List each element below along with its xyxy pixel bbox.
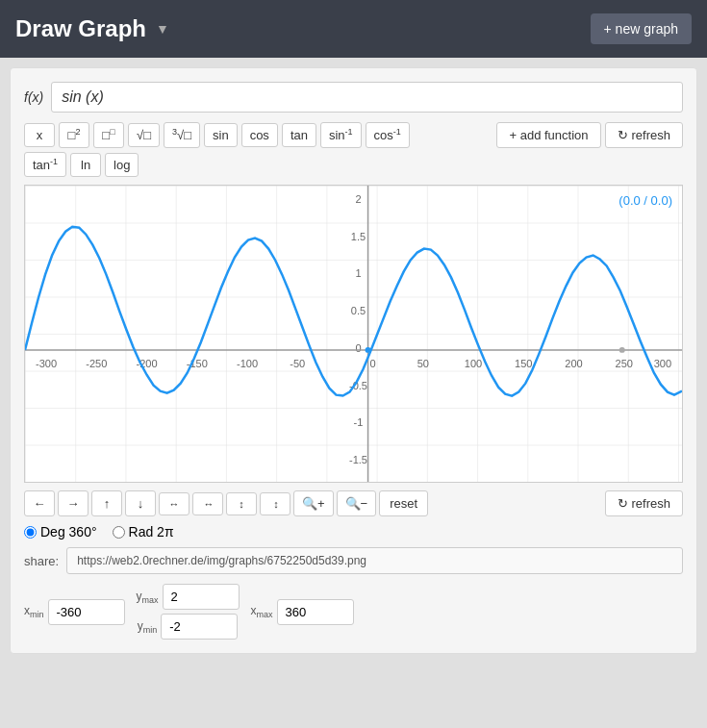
svg-text:250: 250 [616,358,633,369]
nav-buttons-row: ← → ↑ ↓ ↔︎ ↔ ↕︎ ↕ 🔍+ 🔍− reset ↻ refresh [24,490,683,516]
ymin-group: ymin [138,614,239,640]
btn-power[interactable]: □□ [93,122,124,147]
radio-rad-input[interactable] [113,526,125,539]
btn-cbrt[interactable]: 3√□ [164,122,200,147]
nav-zoom-out-x-button[interactable]: ↔︎ [159,492,189,515]
ymax-label: ymax [137,590,159,605]
svg-text:-50: -50 [290,358,305,369]
nav-zoom-out-y-button[interactable]: ↕︎ [226,492,257,515]
symbol-buttons-row2: tan-1 ln log [24,152,683,177]
svg-text:50: 50 [417,358,429,369]
header-left: Draw Graph ▼ [15,15,169,42]
nav-up-button[interactable]: ↑ [91,490,122,516]
refresh-bottom-icon: ↻ [618,496,628,511]
btn-square[interactable]: □2 [59,122,89,147]
share-row: share: [24,547,683,574]
svg-point-28 [366,347,371,353]
header-dropdown-arrow[interactable]: ▼ [156,21,169,37]
zoom-out-button[interactable]: 🔍− [337,490,377,516]
radio-deg-option[interactable]: Deg 360° [24,524,97,540]
fx-label: f(x) [24,89,43,105]
symbol-buttons-row1: x □2 □□ √□ 3√□ sin cos tan sin-1 cos-1 +… [24,122,683,148]
graph-area: (0.0 / 0.0) 2 1.5 1 0.5 [24,185,683,483]
radio-rad-option[interactable]: Rad 2π [113,524,174,540]
svg-text:-1: -1 [354,417,364,429]
radio-deg-input[interactable] [24,526,37,539]
ymax-group: ymax [137,584,240,610]
nav-zoom-in-x-button[interactable]: ↔ [192,492,223,515]
ymin-input[interactable] [161,614,238,640]
svg-text:150: 150 [515,358,532,369]
svg-text:100: 100 [465,358,482,369]
btn-cos[interactable]: cos [241,123,278,147]
svg-point-29 [619,347,625,353]
zoom-in-button[interactable]: 🔍+ [293,490,334,516]
refresh-bottom-button[interactable]: ↻ refresh [605,490,683,516]
y-range-col: ymax ymin [137,584,240,640]
radio-deg-label: Deg 360° [40,524,97,540]
svg-text:0: 0 [355,342,361,354]
btn-ln[interactable]: ln [70,153,101,177]
share-url-input[interactable] [66,547,683,574]
graph-svg: 2 1.5 1 0.5 0 -0.5 -1 -1.5 -300 -250 -20… [25,186,682,482]
main-content: f(x) x □2 □□ √□ 3√□ sin cos tan sin-1 co… [10,67,697,654]
graph-coords: (0.0 / 0.0) [619,193,672,208]
radio-row: Deg 360° Rad 2π [24,524,683,540]
function-input[interactable] [51,82,683,113]
add-function-button[interactable]: + add function [496,122,600,148]
xmax-group: xmax [251,599,354,625]
btn-tan[interactable]: tan [282,123,316,147]
btn-atan[interactable]: tan-1 [24,152,66,177]
svg-text:0.5: 0.5 [351,306,366,317]
btn-sqrt[interactable]: √□ [128,123,160,147]
svg-text:-100: -100 [237,358,258,369]
btn-log[interactable]: log [105,153,139,177]
nav-down-button[interactable]: ↓ [125,490,156,516]
svg-text:-300: -300 [36,358,57,369]
svg-text:1.5: 1.5 [351,231,366,242]
new-graph-button[interactable]: + new graph [591,13,692,44]
btn-sin[interactable]: sin [204,123,238,147]
ymin-label: ymin [138,619,158,635]
refresh-bottom-label: refresh [632,496,670,511]
svg-text:1: 1 [355,268,361,280]
xmin-label: xmin [24,604,44,619]
xmin-group: xmin [24,599,125,625]
app-title: Draw Graph [15,15,146,42]
xmax-label: xmax [251,604,273,619]
share-label: share: [24,554,59,568]
svg-text:2: 2 [355,193,361,205]
reset-button[interactable]: reset [379,490,428,516]
xmin-input[interactable] [48,599,125,625]
radio-rad-label: Rad 2π [129,524,174,540]
refresh-top-label: refresh [632,128,670,142]
svg-text:-1.5: -1.5 [349,455,367,466]
refresh-top-icon: ↻ [618,128,628,142]
row1-right-buttons: + add function ↻ refresh [496,122,683,148]
svg-text:-250: -250 [86,358,107,369]
xmax-input[interactable] [277,599,354,625]
ymax-input[interactable] [163,584,240,610]
btn-x[interactable]: x [24,123,55,147]
refresh-top-button[interactable]: ↻ refresh [605,122,683,148]
svg-text:200: 200 [565,358,582,369]
nav-zoom-in-y-button[interactable]: ↕ [260,492,290,515]
nav-right-button[interactable]: → [58,490,88,516]
btn-acos[interactable]: cos-1 [366,122,410,147]
svg-text:300: 300 [654,358,671,369]
header: Draw Graph ▼ + new graph [0,0,707,58]
btn-asin[interactable]: sin-1 [320,122,362,147]
nav-left-button[interactable]: ← [24,490,55,516]
function-row: f(x) [24,82,683,113]
app-container: Draw Graph ▼ + new graph f(x) x □2 □□ √□… [0,0,707,728]
svg-text:0: 0 [370,358,376,369]
